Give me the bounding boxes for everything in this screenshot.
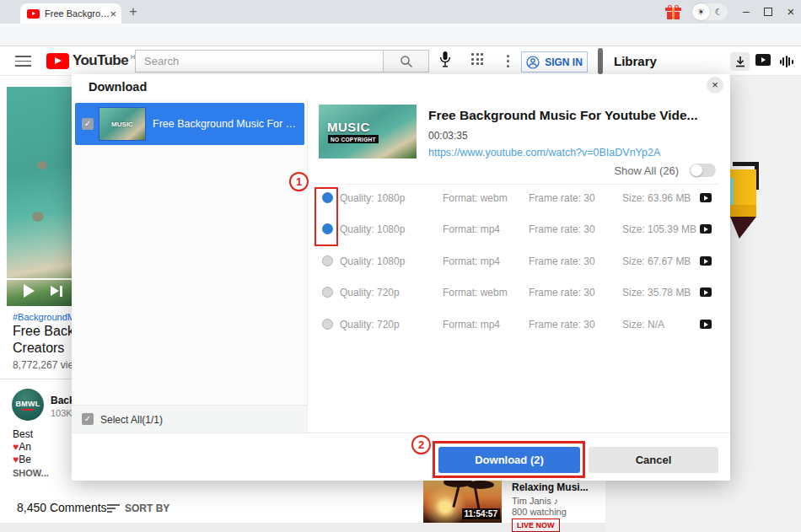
live-now-badge: LIVE NOW [512, 519, 560, 532]
show-more-link[interactable]: SHOW... [13, 468, 70, 478]
video-player[interactable] [7, 87, 72, 306]
quality-cell: Quality: 1080p [340, 254, 405, 269]
browser-tab[interactable]: Free Background Mus × [20, 3, 121, 24]
library-audio-tab-icon[interactable] [779, 55, 793, 68]
quality-row[interactable]: Quality: 720p Format: mp4 Frame rate: 30… [72, 317, 730, 332]
theme-toggle[interactable]: ☀ ☾ [692, 3, 728, 20]
palm-trunk [474, 486, 481, 509]
palm-canopy [467, 481, 494, 489]
framerate-cell: Frame rate: 30 [529, 317, 595, 332]
video-hashtag-link[interactable]: #BackgroundMusi [13, 312, 72, 322]
quality-row[interactable]: Quality: 1080p Format: mp4 Frame rate: 3… [72, 222, 730, 237]
maximize-button[interactable] [764, 8, 772, 16]
youtube-logo[interactable]: YouTube HK [46, 52, 139, 69]
youtube-favicon-icon [27, 9, 40, 19]
radio-unselected[interactable] [322, 255, 333, 266]
dialog-title: Download [89, 80, 147, 94]
person-icon [526, 56, 540, 69]
size-cell: Size: 67.67 MB [622, 254, 691, 269]
library-title: Library [614, 54, 657, 68]
video-type-icon [700, 193, 712, 202]
quality-cell: Quality: 1080p [340, 191, 405, 206]
duration-badge: 11:54:57 [462, 508, 500, 519]
video-type-icon [700, 224, 712, 234]
show-all-label: Show All (26) [544, 164, 679, 177]
browser-navbar: ← → ↻ ⌂ https://www.youtube.com/watch?v=… [0, 24, 801, 46]
description-line: ♥Be [13, 454, 70, 465]
avatar-underline [22, 409, 34, 411]
suggested-video-title[interactable]: Relaxing Musi... [512, 481, 606, 493]
video-title-line1: Free Backgr [13, 324, 76, 339]
select-all-bar: ✓ Select All(1/1) [72, 405, 307, 433]
video-title-line2: Creators [13, 341, 76, 356]
pencil-illustration [730, 161, 761, 241]
light-mode-icon[interactable]: ☀ [692, 3, 710, 20]
library-downloads-tab[interactable] [730, 52, 750, 71]
page-scrollbar-thumb[interactable] [598, 48, 603, 74]
select-all-checkbox[interactable]: ✓ [82, 413, 94, 425]
annotation-number-1: 1 [289, 172, 309, 191]
format-cell: Format: webm [443, 191, 508, 206]
dialog-video-url[interactable]: https://www.youtube.com/watch?v=0BIaDVnY… [428, 147, 660, 159]
quality-row[interactable]: Quality: 1080p Format: webm Frame rate: … [72, 191, 730, 206]
suggested-channel[interactable]: Tim Janis ♪ [512, 496, 588, 506]
apps-grid-icon[interactable] [471, 53, 485, 67]
format-cell: Format: mp4 [443, 317, 500, 332]
library-video-tab-icon[interactable] [755, 54, 771, 66]
tab-title: Free Background Mus [45, 8, 110, 19]
quality-row[interactable]: Quality: 1080p Format: mp4 Frame rate: 3… [72, 254, 730, 269]
channel-avatar[interactable]: BMWL [12, 389, 44, 421]
hamburger-menu-icon[interactable] [15, 56, 31, 67]
item-checkbox[interactable]: ✓ [82, 118, 94, 130]
quality-cell: Quality: 720p [340, 285, 400, 300]
quality-cell: Quality: 1080p [340, 222, 405, 237]
cancel-button[interactable]: Cancel [589, 447, 718, 473]
suggested-video-thumbnail[interactable]: 11:54:57 [423, 481, 502, 523]
next-icon[interactable] [51, 286, 59, 296]
size-cell: Size: 105.39 MB [622, 222, 696, 237]
progress-bar[interactable] [7, 278, 72, 280]
gift-icon[interactable] [665, 5, 681, 19]
youtube-logo-text: YouTube [73, 52, 128, 69]
description-line: ♥An [13, 441, 70, 453]
music-note-icon: ♪ [554, 496, 559, 506]
radio-unselected[interactable] [322, 287, 333, 298]
new-tab-button[interactable]: + [125, 3, 142, 20]
show-all-toggle[interactable] [690, 164, 716, 177]
sort-by-button[interactable]: SORT BY [125, 502, 175, 514]
mic-icon[interactable] [438, 51, 452, 73]
close-window-button[interactable]: × [784, 4, 798, 19]
divider [0, 379, 72, 379]
tab-close-icon[interactable]: × [110, 8, 116, 20]
dark-mode-icon[interactable]: ☾ [710, 3, 728, 20]
gift-ribbon [672, 8, 675, 19]
size-cell: Size: 63.96 MB [622, 191, 691, 206]
channel-name[interactable]: Back [51, 395, 72, 406]
watching-count: 800 watching [512, 507, 588, 517]
play-icon[interactable] [24, 284, 35, 298]
minimize-button[interactable]: – [739, 4, 753, 18]
search-box[interactable] [135, 50, 384, 73]
download-icon [734, 55, 747, 68]
divider [319, 184, 718, 185]
download-dialog: Download × ✓ MUSIC Free Background Music… [72, 74, 730, 481]
item-thumbnail: MUSIC [99, 107, 146, 141]
framerate-cell: Frame rate: 30 [529, 222, 595, 237]
framerate-cell: Frame rate: 30 [529, 191, 595, 206]
select-all-label: Select All(1/1) [100, 414, 163, 426]
radio-unselected[interactable] [322, 319, 333, 330]
framerate-cell: Frame rate: 30 [529, 285, 595, 300]
dialog-close-icon[interactable]: × [707, 77, 723, 94]
annotation-number-2: 2 [411, 435, 431, 454]
video-list-item-selected[interactable]: ✓ MUSIC Free Background Music For Youtu.… [75, 103, 304, 145]
sign-in-button[interactable]: SIGN IN [521, 51, 588, 73]
search-input[interactable] [136, 51, 383, 72]
quality-row[interactable]: Quality: 720p Format: webm Frame rate: 3… [72, 285, 730, 300]
more-options-icon[interactable] [503, 52, 512, 69]
size-cell: Size: N/A [622, 317, 664, 332]
size-cell: Size: 35.78 MB [622, 285, 691, 300]
annotation-box-step2 [433, 441, 585, 478]
toggle-knob [691, 164, 702, 176]
search-button[interactable] [384, 50, 429, 73]
divider [72, 433, 730, 433]
